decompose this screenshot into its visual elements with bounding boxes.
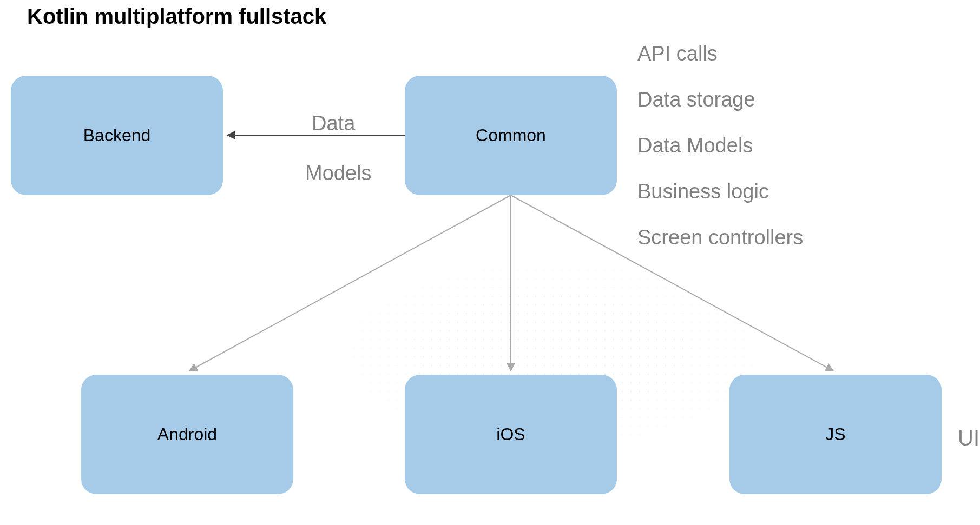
- node-ios-label: iOS: [496, 424, 525, 444]
- node-common: Common: [405, 76, 617, 195]
- node-backend-label: Backend: [83, 125, 151, 145]
- edge-label-models: Models: [305, 158, 372, 189]
- edge-label-data: Data: [312, 108, 355, 139]
- annotation-screen-controllers: Screen controllers: [637, 226, 803, 249]
- annotation-data-storage: Data storage: [637, 88, 803, 111]
- annotation-api-calls: API calls: [637, 42, 803, 65]
- node-android: Android: [81, 375, 293, 494]
- annotation-business-logic: Business logic: [637, 180, 803, 203]
- diagram-title: Kotlin multiplatform fullstack: [27, 4, 326, 29]
- side-label-ui: UI: [958, 426, 979, 450]
- node-backend: Backend: [11, 76, 223, 195]
- common-annotations: API calls Data storage Data Models Busin…: [637, 42, 803, 272]
- node-js: JS: [729, 375, 942, 494]
- node-ios: iOS: [405, 375, 617, 494]
- node-js-label: JS: [825, 424, 845, 444]
- edge-common-to-android: [189, 195, 511, 371]
- annotation-data-models: Data Models: [637, 134, 803, 157]
- node-android-label: Android: [157, 424, 217, 444]
- node-common-label: Common: [476, 125, 546, 145]
